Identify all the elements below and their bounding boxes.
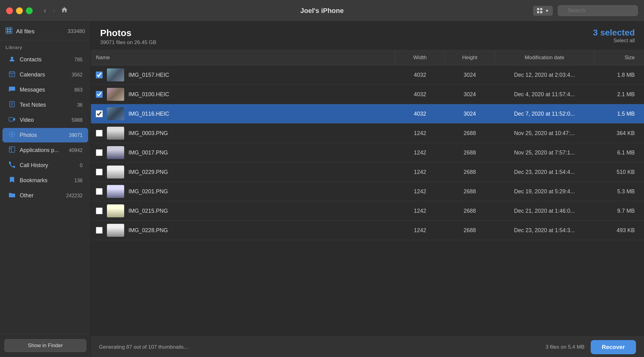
- cell-name-8: IMG_0215.PNG: [91, 201, 395, 220]
- svg-point-11: [11, 57, 13, 59]
- all-files-icon: [6, 27, 12, 36]
- sidebar-item-other[interactable]: Other 242232: [2, 188, 88, 203]
- row-checkbox-8[interactable]: [96, 207, 103, 214]
- col-header-width[interactable]: Width: [395, 50, 445, 65]
- row-checkbox-3[interactable]: [96, 110, 103, 117]
- sidebar-item-count-video: 5988: [71, 117, 83, 123]
- cell-moddate-3: Dec 7, 2020 at 11:52:0...: [495, 104, 594, 124]
- main-layout: All files 333480 Library Contacts 785 29…: [0, 22, 644, 357]
- file-name-5: IMG_0017.PNG: [128, 150, 168, 156]
- svg-point-23: [11, 133, 13, 135]
- sidebar-item-text-notes[interactable]: Text Notes 36: [2, 98, 88, 112]
- row-checkbox-5[interactable]: [96, 149, 103, 156]
- sidebar-item-label-calendars: Calendars: [20, 72, 45, 78]
- file-name-9: IMG_0228.PNG: [128, 227, 168, 234]
- cell-size-8: 9.7 MB: [594, 201, 644, 221]
- sidebar-item-label-messages: Messages: [20, 87, 45, 93]
- sidebar-item-video[interactable]: Video 5988: [2, 113, 88, 127]
- table-row[interactable]: IMG_0003.PNG 1242 2688 Nov 25, 2020 at 1…: [91, 124, 644, 143]
- row-checkbox-2[interactable]: [96, 91, 103, 98]
- maximize-button[interactable]: [26, 7, 33, 14]
- row-checkbox-4[interactable]: [96, 130, 103, 137]
- sidebar-item-label-bookmarks: Bookmarks: [20, 177, 47, 184]
- table-row[interactable]: IMG_0157.HEIC 4032 3024 Dec 12, 2020 at …: [91, 65, 644, 85]
- selected-count: 3 selected: [593, 28, 635, 38]
- cell-moddate-7: Dec 19, 2020 at 5:29:4...: [495, 182, 594, 201]
- row-checkbox-7[interactable]: [96, 188, 103, 195]
- col-header-size[interactable]: Size: [594, 50, 644, 65]
- table-row[interactable]: IMG_0100.HEIC 4032 3024 Dec 4, 2020 at 1…: [91, 85, 644, 104]
- sidebar-all-files[interactable]: All files 333480: [0, 22, 91, 40]
- cell-width-4: 1242: [395, 124, 445, 143]
- cell-moddate-5: Nov 25, 2020 at 7:57:1...: [495, 143, 594, 162]
- svg-rect-21: [9, 117, 13, 121]
- search-input[interactable]: [558, 5, 638, 16]
- sidebar-item-label-text-notes: Text Notes: [20, 102, 46, 108]
- row-checkbox-9[interactable]: [96, 227, 103, 234]
- thumbnail-9: [107, 224, 124, 237]
- table-row[interactable]: IMG_0116.HEIC 4032 3024 Dec 7, 2020 at 1…: [91, 104, 644, 124]
- show-in-finder-button[interactable]: Show in Finder: [4, 339, 86, 352]
- sidebar-item-count-messages: 863: [74, 87, 83, 93]
- other-icon: [8, 191, 16, 200]
- all-files-label: All files: [16, 28, 35, 35]
- cell-name-2: IMG_0100.HEIC: [91, 85, 395, 104]
- sidebar-item-label-applications: Applications p...: [20, 147, 59, 154]
- sidebar-item-label-video: Video: [20, 117, 34, 123]
- cell-size-5: 6.1 MB: [594, 143, 644, 162]
- table-row[interactable]: IMG_0229.PNG 1242 2688 Dec 23, 2020 at 1…: [91, 162, 644, 182]
- sidebar-item-calendars[interactable]: 29 Calendars 3562: [2, 68, 88, 82]
- home-button[interactable]: [61, 6, 68, 15]
- cell-size-3: 1.5 MB: [594, 104, 644, 124]
- content-subtitle: 39071 files on 26.45 GB: [100, 39, 156, 46]
- col-header-height[interactable]: Height: [445, 50, 495, 65]
- minimize-button[interactable]: [16, 7, 23, 14]
- svg-rect-3: [540, 11, 542, 13]
- calendars-icon: 29: [8, 71, 16, 79]
- svg-rect-9: [7, 31, 9, 33]
- select-all-link[interactable]: Select all: [593, 38, 635, 44]
- sidebar-item-call-history[interactable]: Call History 0: [2, 158, 88, 173]
- sidebar-item-contacts[interactable]: Contacts 785: [2, 52, 88, 67]
- table-row[interactable]: IMG_0228.PNG 1242 2688 Dec 23, 2020 at 1…: [91, 221, 644, 240]
- view-switcher-button[interactable]: ▼: [533, 6, 553, 16]
- recover-button[interactable]: Recover: [591, 340, 636, 354]
- cell-height-9: 2688: [445, 221, 495, 240]
- content-header: Photos 39071 files on 26.45 GB 3 selecte…: [91, 22, 644, 50]
- cell-width-5: 1242: [395, 143, 445, 162]
- sidebar-item-count-text-notes: 36: [77, 102, 83, 108]
- table-row[interactable]: IMG_0215.PNG 1242 2688 Dec 21, 2020 at 1…: [91, 201, 644, 221]
- nav-buttons: ‹ ›: [41, 6, 58, 16]
- file-name-4: IMG_0003.PNG: [128, 130, 168, 137]
- svg-rect-1: [540, 8, 542, 10]
- table-wrapper[interactable]: Name Width Height Modification date Size: [91, 50, 644, 337]
- forward-button[interactable]: ›: [50, 6, 57, 16]
- close-button[interactable]: [6, 7, 13, 14]
- cell-moddate-8: Dec 21, 2020 at 1:46:0...: [495, 201, 594, 221]
- svg-text:29: 29: [10, 74, 13, 76]
- cell-height-5: 2688: [445, 143, 495, 162]
- cell-name-4: IMG_0003.PNG: [91, 124, 395, 143]
- statusbar: Generating 87 out of 107 thumbnails... 3…: [91, 337, 644, 357]
- sidebar: All files 333480 Library Contacts 785 29…: [0, 22, 91, 357]
- sidebar-item-count-call-history: 0: [80, 163, 83, 168]
- col-header-moddate[interactable]: Modification date: [495, 50, 594, 65]
- sidebar-item-label-contacts: Contacts: [20, 56, 42, 63]
- status-generating-text: Generating 87 out of 107 thumbnails...: [99, 344, 539, 350]
- titlebar-right: ▼: [533, 5, 638, 16]
- col-header-name[interactable]: Name: [91, 50, 395, 65]
- sidebar-item-photos[interactable]: Photos 39071: [2, 128, 88, 142]
- row-checkbox-6[interactable]: [96, 169, 103, 175]
- row-checkbox-1[interactable]: [96, 72, 103, 78]
- back-button[interactable]: ‹: [41, 6, 48, 16]
- thumbnail-4: [107, 127, 124, 140]
- table-row[interactable]: IMG_0201.PNG 1242 2688 Dec 19, 2020 at 5…: [91, 182, 644, 201]
- svg-rect-6: [6, 27, 12, 34]
- video-icon: [8, 116, 16, 124]
- table-row[interactable]: IMG_0017.PNG 1242 2688 Nov 25, 2020 at 7…: [91, 143, 644, 162]
- sidebar-item-bookmarks[interactable]: Bookmarks 136: [2, 173, 88, 188]
- cell-name-6: IMG_0229.PNG: [91, 162, 395, 182]
- sidebar-item-applications[interactable]: Applications p... 40942: [2, 143, 88, 158]
- all-files-count: 333480: [67, 28, 85, 35]
- sidebar-item-messages[interactable]: Messages 863: [2, 83, 88, 97]
